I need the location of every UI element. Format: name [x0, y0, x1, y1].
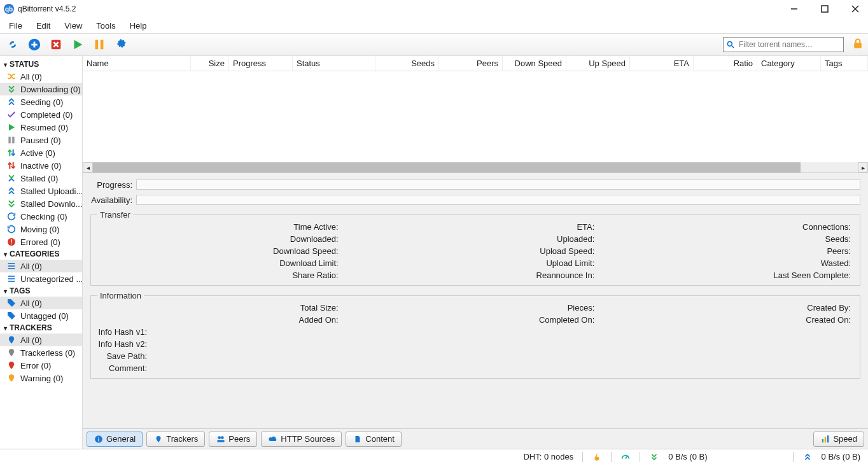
menu-help[interactable]: Help — [123, 20, 153, 32]
status-up-speed: 0 B/s (0 B) — [822, 452, 860, 461]
lbl-peers: Peers: — [610, 246, 853, 256]
upload-icon — [802, 452, 813, 462]
sidebar-item-completed[interactable]: Completed (0) — [0, 108, 82, 121]
sidebar-item-cat-uncategorized[interactable]: Uncategorized ... — [0, 272, 82, 285]
sidebar-item-trk-error[interactable]: Error (0) — [0, 359, 82, 372]
sidebar-item-trk-warning[interactable]: Warning (0) — [0, 372, 82, 384]
progress-bar — [136, 179, 860, 190]
svg-rect-31 — [827, 435, 829, 442]
sidebar-item-trk-trackerless[interactable]: Trackerless (0) — [0, 346, 82, 359]
lbl-comment: Comment: — [97, 363, 150, 373]
tab-trackers[interactable]: Trackers — [146, 432, 205, 447]
sidebar-item-inactive[interactable]: Inactive (0) — [0, 159, 82, 172]
lbl-uploaded: Uploaded: — [354, 234, 598, 244]
menu-edit[interactable]: Edit — [30, 20, 57, 32]
col-status[interactable]: Status — [293, 56, 375, 71]
pin-icon — [153, 434, 164, 444]
check-icon — [6, 109, 17, 120]
col-up[interactable]: Up Speed — [566, 56, 630, 71]
col-down[interactable]: Down Speed — [503, 56, 566, 71]
add-torrent-button[interactable] — [25, 36, 43, 53]
pause-button[interactable] — [90, 36, 108, 53]
details-panel: Progress: Availability: Transfer Time Ac… — [83, 173, 868, 428]
lbl-reannounce: Reannounce In: — [354, 271, 598, 280]
svg-rect-7 — [101, 40, 104, 50]
sidebar-item-seeding[interactable]: Seeding (0) — [0, 95, 82, 108]
sidebar-item-cat-all[interactable]: All (0) — [0, 260, 82, 272]
col-peers[interactable]: Peers — [439, 56, 503, 71]
sidebar-section-trackers[interactable]: ▾TRACKERS — [0, 322, 82, 334]
menu-file[interactable]: File — [3, 20, 29, 32]
titlebar: qb qBittorrent v4.5.2 — [0, 0, 868, 18]
col-eta[interactable]: ETA — [630, 56, 694, 71]
add-link-button[interactable] — [4, 36, 22, 53]
scroll-left-icon[interactable]: ◂ — [83, 162, 93, 172]
horizontal-scrollbar[interactable]: ◂ ▸ — [83, 162, 868, 172]
speedometer-icon[interactable] — [620, 452, 631, 462]
sidebar-item-stalled-uploading[interactable]: Stalled Uploadi... — [0, 185, 82, 197]
download-icon — [649, 452, 659, 462]
lock-icon[interactable] — [851, 38, 864, 52]
stalled-up-icon — [6, 186, 17, 196]
detail-tabs: General Trackers Peers HTTP Sources Cont… — [83, 428, 868, 449]
close-button[interactable] — [846, 3, 864, 15]
lbl-eta: ETA: — [354, 222, 598, 232]
sidebar-item-tag-all[interactable]: All (0) — [0, 297, 82, 309]
sidebar-section-tags[interactable]: ▾TAGS — [0, 285, 82, 297]
col-category[interactable]: Category — [757, 56, 821, 71]
tab-http-sources[interactable]: HTTP Sources — [261, 432, 342, 447]
sidebar-item-downloading[interactable]: Downloading (0) — [0, 83, 82, 95]
sidebar-item-active[interactable]: Active (0) — [0, 146, 82, 159]
scrollbar-track[interactable] — [93, 162, 858, 172]
resume-button[interactable] — [69, 36, 87, 53]
pin-warning-icon — [6, 373, 17, 383]
filter-input[interactable] — [738, 39, 841, 50]
torrent-list: ◂ ▸ — [83, 71, 868, 173]
col-size[interactable]: Size — [191, 56, 229, 71]
sidebar-item-moving[interactable]: Moving (0) — [0, 223, 82, 236]
status-down-speed: 0 B/s (0 B) — [668, 452, 707, 461]
settings-button[interactable] — [112, 36, 130, 53]
maximize-button[interactable] — [816, 3, 834, 15]
tab-speed[interactable]: Speed — [813, 432, 864, 447]
menu-view[interactable]: View — [58, 20, 88, 32]
fire-icon[interactable] — [592, 452, 602, 462]
toolbar — [0, 33, 868, 56]
sidebar-section-status[interactable]: ▾STATUS — [0, 59, 82, 70]
pause-icon — [6, 135, 17, 145]
shuffle-icon — [6, 71, 17, 81]
lbl-last-seen: Last Seen Complete: — [610, 271, 853, 280]
sidebar-item-stalled-downloading[interactable]: Stalled Downlo... — [0, 197, 82, 210]
tab-content[interactable]: Content — [346, 432, 402, 447]
sidebar-item-all[interactable]: All (0) — [0, 70, 82, 83]
col-progress[interactable]: Progress — [229, 56, 293, 71]
minimize-button[interactable] — [785, 3, 803, 15]
play-icon — [6, 122, 17, 132]
filter-searchbox[interactable] — [723, 37, 844, 52]
tab-peers[interactable]: Peers — [209, 432, 257, 447]
col-name[interactable]: Name — [83, 56, 191, 71]
sidebar-item-trk-all[interactable]: All (0) — [0, 334, 82, 346]
col-ratio[interactable]: Ratio — [694, 56, 757, 71]
stalled-icon — [6, 173, 17, 183]
lbl-hash-v1: Info Hash v1: — [97, 327, 150, 337]
sidebar-section-categories[interactable]: ▾CATEGORIES — [0, 248, 82, 260]
col-tags[interactable]: Tags — [821, 56, 868, 71]
app-logo-icon: qb — [4, 4, 14, 14]
sidebar-item-resumed[interactable]: Resumed (0) — [0, 121, 82, 134]
sidebar-item-tag-untagged[interactable]: Untagged (0) — [0, 309, 82, 322]
lbl-pieces: Pieces: — [354, 303, 598, 313]
svg-line-32 — [626, 456, 627, 458]
lbl-ul-speed: Upload Speed: — [354, 246, 598, 256]
svg-rect-1 — [822, 6, 828, 12]
delete-button[interactable] — [47, 36, 65, 53]
svg-rect-28 — [217, 440, 225, 442]
scroll-right-icon[interactable]: ▸ — [858, 162, 868, 172]
sidebar-item-stalled[interactable]: Stalled (0) — [0, 172, 82, 185]
sidebar-item-checking[interactable]: Checking (0) — [0, 210, 82, 223]
sidebar-item-paused[interactable]: Paused (0) — [0, 134, 82, 146]
sidebar-item-errored[interactable]: Errored (0) — [0, 236, 82, 248]
col-seeds[interactable]: Seeds — [375, 56, 439, 71]
menu-tools[interactable]: Tools — [90, 20, 122, 32]
tab-general[interactable]: General — [87, 432, 143, 447]
